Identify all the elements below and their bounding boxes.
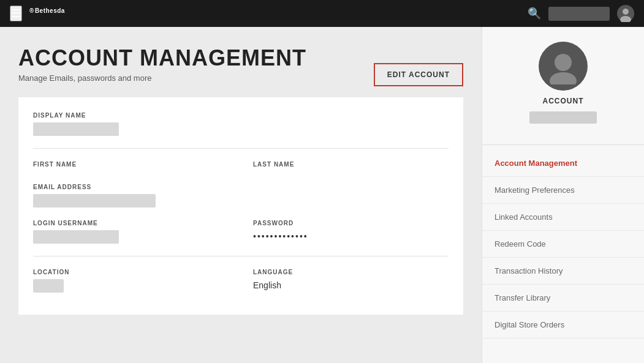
sidebar-profile: ACCOUNT xyxy=(482,27,644,140)
user-icon xyxy=(617,5,634,22)
display-name-field: DISPLAY NAME xyxy=(33,112,449,136)
edit-account-button[interactable]: EDIT ACCOUNT xyxy=(374,63,463,86)
logo-registered: ® xyxy=(29,7,34,14)
sidebar-item-transfer-library[interactable]: Transfer Library xyxy=(482,285,644,312)
login-username-value xyxy=(33,230,119,244)
hamburger-menu-button[interactable]: ☰ xyxy=(10,6,22,21)
form-divider-2 xyxy=(33,256,449,256)
login-username-field: LOGIN USERNAME xyxy=(33,220,229,244)
logo-text: Bethesda xyxy=(35,7,65,14)
svg-point-4 xyxy=(550,72,577,84)
name-row: FIRST NAME LAST NAME xyxy=(33,161,449,171)
sidebar-item-linked-accounts[interactable]: Linked Accounts xyxy=(482,204,644,231)
top-navigation: ☰ ®Bethesda 🔍 xyxy=(0,0,644,27)
last-name-label: LAST NAME xyxy=(253,161,449,168)
display-name-label: DISPLAY NAME xyxy=(33,112,449,119)
account-label: ACCOUNT xyxy=(543,97,584,105)
form-divider-1 xyxy=(33,148,449,149)
email-row: EMAIL ADDRESS xyxy=(33,184,449,208)
topnav-right: 🔍 xyxy=(528,5,634,22)
language-value: English xyxy=(253,279,449,290)
credentials-row: LOGIN USERNAME PASSWORD ••••••••••••• xyxy=(33,220,449,244)
topnav-left: ☰ ®Bethesda xyxy=(10,6,66,21)
password-value: ••••••••••••• xyxy=(253,230,449,241)
sidebar-username-bar xyxy=(529,111,597,124)
site-logo: ®Bethesda xyxy=(29,7,66,19)
sidebar-divider xyxy=(482,144,644,145)
location-field: LOCATION xyxy=(33,269,229,293)
sidebar: ACCOUNT Account Management Marketing Pre… xyxy=(482,27,644,363)
user-account-button[interactable] xyxy=(617,5,634,22)
email-label: EMAIL ADDRESS xyxy=(33,184,449,190)
email-value xyxy=(33,194,156,208)
language-label: LANGUAGE xyxy=(253,269,449,275)
search-input[interactable] xyxy=(548,7,610,21)
main-content: ACCOUNT MANAGEMENT Manage Emails, passwo… xyxy=(0,27,482,363)
search-icon-button[interactable]: 🔍 xyxy=(528,7,541,20)
svg-point-3 xyxy=(555,54,572,71)
avatar-icon xyxy=(545,48,581,84)
password-label: PASSWORD xyxy=(253,220,449,226)
language-field: LANGUAGE English xyxy=(253,269,449,293)
last-name-field: LAST NAME xyxy=(253,161,449,171)
account-form-card: DISPLAY NAME FIRST NAME LAST NAME EMAIL … xyxy=(18,97,463,315)
sidebar-item-redeem-code[interactable]: Redeem Code xyxy=(482,231,644,258)
sidebar-item-transaction-history[interactable]: Transaction History xyxy=(482,258,644,285)
svg-point-1 xyxy=(623,9,629,15)
password-field: PASSWORD ••••••••••••• xyxy=(253,220,449,244)
sidebar-item-marketing-preferences[interactable]: Marketing Preferences xyxy=(482,177,644,204)
location-label: LOCATION xyxy=(33,269,229,275)
location-value xyxy=(33,279,64,293)
sidebar-nav: Account Management Marketing Preferences… xyxy=(482,150,644,339)
login-username-label: LOGIN USERNAME xyxy=(33,220,229,226)
first-name-label: FIRST NAME xyxy=(33,161,229,168)
display-name-value xyxy=(33,122,119,136)
display-name-row: DISPLAY NAME xyxy=(33,112,449,136)
avatar xyxy=(539,42,588,91)
email-field: EMAIL ADDRESS xyxy=(33,184,449,208)
first-name-field: FIRST NAME xyxy=(33,161,229,171)
location-language-row: LOCATION LANGUAGE English xyxy=(33,269,449,293)
sidebar-item-account-management[interactable]: Account Management xyxy=(482,150,644,177)
sidebar-item-digital-store-orders[interactable]: Digital Store Orders xyxy=(482,312,644,339)
page-layout: ACCOUNT MANAGEMENT Manage Emails, passwo… xyxy=(0,27,644,363)
